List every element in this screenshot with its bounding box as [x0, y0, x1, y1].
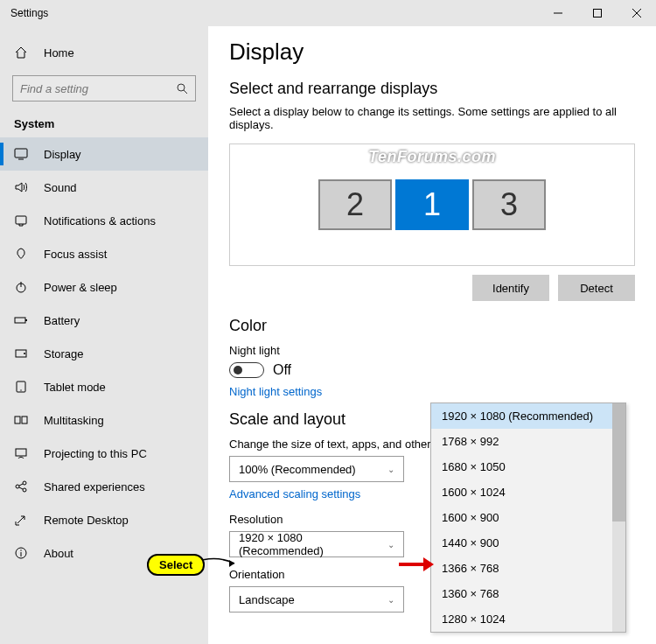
sidebar-item-label: Power & sleep — [44, 281, 117, 294]
shared-icon — [14, 480, 30, 494]
svg-rect-8 — [16, 216, 26, 224]
search-icon — [176, 82, 188, 94]
sidebar-item-label: Remote Desktop — [44, 514, 129, 527]
tablet-icon — [14, 380, 30, 394]
size-dropdown[interactable]: 100% (Recommended) ⌄ — [229, 456, 404, 482]
watermark: TenForums.com — [368, 148, 496, 166]
svg-rect-1 — [593, 10, 601, 18]
resolution-option[interactable]: 1920 × 1080 (Recommended) — [431, 403, 625, 429]
focus-assist-icon — [14, 247, 30, 261]
resolution-value: 1920 × 1080 (Recommended) — [239, 531, 387, 557]
home-link[interactable]: Home — [0, 35, 208, 70]
svg-point-4 — [178, 84, 185, 91]
chevron-down-icon: ⌄ — [387, 595, 394, 605]
battery-icon — [14, 313, 30, 327]
orientation-dropdown[interactable]: Landscape ⌄ — [229, 586, 404, 612]
night-light-label: Night light — [229, 344, 635, 357]
resolution-option[interactable]: 1440 × 900 — [431, 530, 625, 556]
sidebar-item-notifications[interactable]: Notifications & actions — [0, 204, 208, 237]
close-button[interactable] — [617, 0, 656, 26]
search-input[interactable] — [20, 82, 176, 95]
sidebar-item-storage[interactable]: Storage — [0, 337, 208, 370]
sidebar-item-tablet-mode[interactable]: Tablet mode — [0, 370, 208, 403]
arrange-heading: Select and rearrange displays — [229, 80, 635, 98]
sidebar-item-label: Shared experiences — [44, 480, 145, 494]
sidebar-item-label: Projecting to this PC — [44, 447, 147, 460]
night-light-settings-link[interactable]: Night light settings — [229, 385, 635, 398]
resolution-option[interactable]: 1680 × 1050 — [431, 454, 625, 480]
sidebar-item-shared-experiences[interactable]: Shared experiences — [0, 470, 208, 503]
sidebar-item-label: Multitasking — [44, 414, 104, 427]
sidebar-item-battery[interactable]: Battery — [0, 304, 208, 337]
sidebar-item-label: Battery — [44, 314, 80, 327]
multitasking-icon — [14, 413, 30, 427]
arrange-desc: Select a display below to change its set… — [229, 105, 635, 131]
chevron-down-icon: ⌄ — [387, 465, 394, 474]
notifications-icon — [14, 214, 30, 228]
sidebar-item-remote-desktop[interactable]: Remote Desktop — [0, 503, 208, 536]
identify-button[interactable]: Identify — [472, 275, 549, 301]
sidebar-item-label: Storage — [44, 347, 84, 360]
resolution-option[interactable]: 1600 × 1024 — [431, 480, 625, 505]
page-title: Display — [229, 38, 635, 66]
svg-point-16 — [20, 389, 21, 390]
display-icon — [14, 147, 30, 161]
sidebar-item-label: Focus assist — [44, 248, 107, 261]
svg-rect-11 — [15, 318, 25, 323]
resolution-option[interactable]: 1600 × 900 — [431, 505, 625, 530]
window-controls — [538, 0, 656, 26]
resolution-option[interactable]: 1768 × 992 — [431, 429, 625, 454]
sidebar-item-focus-assist[interactable]: Focus assist — [0, 237, 208, 270]
resolution-option[interactable]: 1360 × 768 — [431, 581, 625, 606]
section-label: System — [0, 110, 208, 137]
resolution-options-list[interactable]: 1920 × 1080 (Recommended) 1768 × 992 168… — [430, 402, 626, 633]
svg-line-23 — [19, 484, 23, 486]
minimize-button[interactable] — [538, 0, 577, 26]
resolution-option[interactable]: 1280 × 1024 — [431, 606, 625, 632]
sidebar-item-label: Display — [44, 148, 81, 161]
maximize-button[interactable] — [577, 0, 617, 26]
detect-button[interactable]: Detect — [558, 275, 635, 301]
annotation-callout: Select — [147, 554, 205, 576]
remote-icon — [14, 513, 30, 527]
sidebar-item-label: About — [44, 547, 73, 560]
sidebar-item-sound[interactable]: Sound — [0, 171, 208, 204]
night-light-state: Off — [273, 362, 291, 378]
sidebar-item-multitasking[interactable]: Multitasking — [0, 403, 208, 437]
about-icon — [14, 546, 30, 560]
titlebar: Settings — [0, 0, 656, 26]
display-arrange-box[interactable]: TenForums.com 2 1 3 — [229, 144, 635, 266]
resolution-dropdown[interactable]: 1920 × 1080 (Recommended) ⌄ — [229, 531, 404, 557]
resolution-option[interactable]: 1366 × 768 — [431, 556, 625, 581]
search-box[interactable] — [12, 75, 196, 102]
monitor-2[interactable]: 2 — [318, 179, 392, 230]
sidebar: Home System Display Sound Notifications … — [0, 26, 208, 644]
orientation-value: Landscape — [239, 593, 295, 606]
storage-icon — [14, 346, 30, 360]
svg-rect-18 — [22, 416, 27, 424]
list-scrollbar[interactable] — [612, 403, 625, 632]
sidebar-item-label: Notifications & actions — [44, 214, 156, 228]
sidebar-item-projecting[interactable]: Projecting to this PC — [0, 437, 208, 470]
svg-point-14 — [24, 353, 25, 354]
size-value: 100% (Recommended) — [239, 463, 356, 476]
svg-rect-19 — [16, 449, 26, 456]
projecting-icon — [14, 446, 30, 460]
home-icon — [14, 46, 30, 60]
sidebar-item-power[interactable]: Power & sleep — [0, 270, 208, 304]
svg-line-24 — [19, 487, 23, 489]
sidebar-item-label: Sound — [44, 181, 77, 194]
red-arrow-icon — [399, 556, 434, 572]
sound-icon — [14, 180, 30, 194]
sidebar-item-display[interactable]: Display — [0, 137, 208, 171]
monitor-3[interactable]: 3 — [472, 179, 546, 230]
svg-rect-6 — [15, 149, 27, 158]
monitor-1[interactable]: 1 — [395, 179, 469, 230]
chevron-down-icon: ⌄ — [387, 540, 394, 550]
night-light-toggle[interactable] — [229, 362, 264, 378]
sidebar-item-label: Tablet mode — [44, 381, 106, 394]
svg-line-5 — [184, 90, 187, 94]
svg-rect-17 — [15, 416, 20, 424]
power-icon — [14, 280, 30, 294]
svg-point-27 — [20, 550, 21, 550]
